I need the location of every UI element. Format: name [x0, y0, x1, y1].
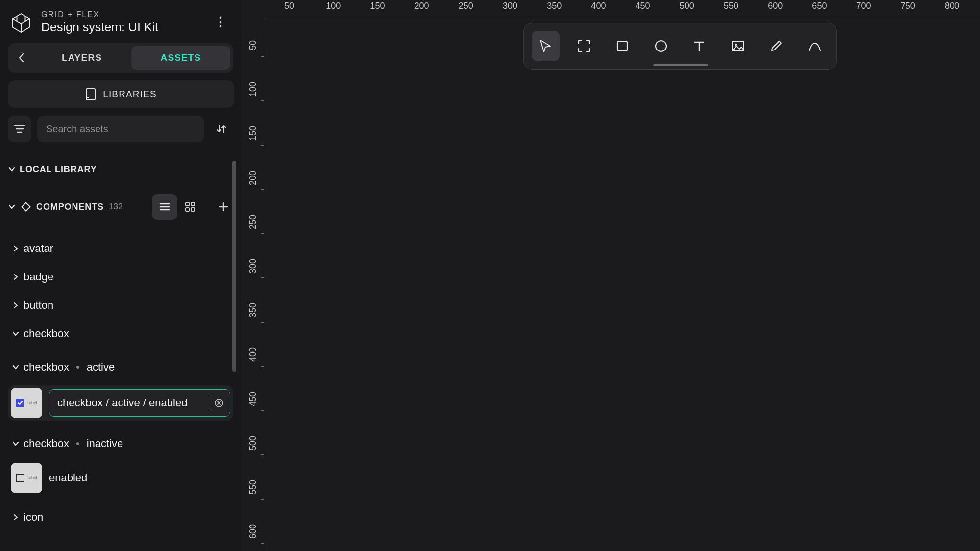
- ruler-h-tick: 750: [901, 1, 915, 11]
- thumb-label: Label: [26, 401, 37, 405]
- section-local-library[interactable]: LOCAL LIBRARY: [8, 161, 233, 177]
- svg-rect-12: [191, 202, 195, 206]
- tool-ellipse[interactable]: [647, 31, 675, 61]
- design-canvas[interactable]: [265, 18, 980, 551]
- chevron-right-icon: [12, 273, 20, 281]
- chevron-down-icon: [12, 440, 20, 448]
- svg-rect-3: [86, 89, 95, 100]
- tool-pen[interactable]: [762, 31, 790, 61]
- ruler-v-minor: [261, 57, 264, 57]
- ruler-v-minor: [261, 410, 264, 411]
- tool-select[interactable]: [532, 31, 560, 61]
- header-titles: GRID + FLEX Design system: UI Kit: [41, 10, 158, 34]
- asset-instance-editing[interactable]: Label: [8, 385, 233, 421]
- ruler-v-tick: 50: [248, 40, 258, 50]
- ruler-v-tick: 450: [248, 392, 258, 406]
- variant-base-name: checkbox: [24, 437, 69, 450]
- add-component-button[interactable]: [214, 197, 233, 217]
- vertical-ruler: 50100150200250300350400450500550600: [241, 18, 265, 551]
- chevron-right-icon: [12, 513, 20, 521]
- sort-button[interactable]: [210, 116, 233, 142]
- svg-rect-14: [191, 208, 195, 211]
- clear-input-icon[interactable]: [213, 397, 225, 409]
- svg-point-17: [656, 41, 666, 51]
- sidebar-back-button[interactable]: [11, 46, 32, 70]
- ruler-v-tick: 250: [248, 215, 258, 229]
- thumb-label: Label: [26, 476, 37, 480]
- ruler-h-tick: 600: [768, 1, 783, 11]
- ruler-v-minor: [261, 189, 264, 190]
- canvas-toolbar: [523, 23, 837, 70]
- component-label: badge: [24, 271, 53, 283]
- ruler-h-tick: 700: [857, 1, 871, 11]
- asset-list-scroll: LOCAL LIBRARY COMPONENTS 132: [8, 161, 233, 551]
- ruler-v-minor: [261, 543, 264, 544]
- ruler-v-minor: [261, 145, 264, 146]
- libraries-label: LIBRARIES: [103, 89, 157, 100]
- local-library-label: LOCAL LIBRARY: [20, 164, 97, 175]
- libraries-button[interactable]: LIBRARIES: [8, 80, 234, 108]
- file-title: Design system: UI Kit: [41, 20, 158, 34]
- tool-image[interactable]: [724, 31, 752, 61]
- svg-rect-13: [186, 208, 189, 211]
- ruler-h-tick: 150: [370, 1, 385, 11]
- tool-text[interactable]: [686, 31, 713, 61]
- filter-button[interactable]: [8, 116, 31, 142]
- variant-base-name: checkbox: [24, 361, 69, 374]
- component-item-button[interactable]: button: [8, 291, 233, 320]
- tool-frame[interactable]: [570, 31, 598, 61]
- component-item-avatar[interactable]: avatar: [8, 234, 233, 263]
- asset-thumbnail: Label: [11, 463, 42, 493]
- ruler-h-tick: 550: [724, 1, 738, 11]
- ruler-h-tick: 800: [945, 1, 959, 11]
- ruler-v-minor: [261, 454, 264, 455]
- asset-instance-enabled[interactable]: Label enabled: [8, 462, 233, 494]
- ruler-h-tick: 250: [459, 1, 473, 11]
- chevron-right-icon: [12, 301, 20, 309]
- ruler-v-tick: 550: [248, 480, 258, 495]
- ruler-v-minor: [261, 322, 264, 323]
- tool-curve[interactable]: [801, 31, 829, 61]
- component-item-badge[interactable]: badge: [8, 263, 233, 291]
- ruler-h-tick: 300: [503, 1, 517, 11]
- ruler-h-tick: 50: [284, 1, 294, 11]
- tab-assets[interactable]: ASSETS: [131, 46, 230, 70]
- asset-thumbnail: Label: [11, 388, 42, 418]
- chevron-down-icon: [8, 165, 16, 173]
- ruler-h-tick: 450: [636, 1, 650, 11]
- component-variant-checkbox-active[interactable]: checkbox • active: [8, 353, 233, 381]
- asset-rename-field[interactable]: [49, 389, 230, 417]
- workspace-name: GRID + FLEX: [41, 10, 158, 19]
- toolbar-drag-handle[interactable]: [653, 64, 708, 66]
- tool-rectangle[interactable]: [609, 31, 637, 61]
- variant-separator: •: [73, 437, 83, 450]
- component-item-checkbox[interactable]: checkbox: [8, 320, 233, 348]
- tab-layers[interactable]: LAYERS: [32, 46, 131, 70]
- view-list-button[interactable]: [152, 194, 177, 220]
- horizontal-ruler: 5010015020025030035040045050055060065070…: [265, 0, 980, 18]
- svg-point-19: [735, 44, 737, 46]
- svg-rect-7: [22, 203, 30, 211]
- ruler-h-tick: 500: [680, 1, 694, 11]
- asset-instance-label: enabled: [49, 472, 230, 484]
- asset-rename-input[interactable]: [57, 397, 203, 409]
- ruler-v-minor: [261, 233, 264, 234]
- component-variant-checkbox-inactive[interactable]: checkbox • inactive: [8, 429, 233, 458]
- canvas-area: 5010015020025030035040045050055060065070…: [241, 0, 980, 551]
- ruler-v-tick: 200: [248, 171, 258, 185]
- components-count: 132: [109, 202, 122, 212]
- ruler-h-tick: 650: [812, 1, 827, 11]
- thumb-checkbox-checked-icon: [16, 399, 24, 407]
- sidebar-tabs: LAYERS ASSETS: [8, 43, 233, 73]
- sidebar-scrollbar[interactable]: [232, 161, 236, 372]
- component-item-icon[interactable]: icon: [8, 503, 233, 531]
- thumb-checkbox-unchecked-icon: [16, 474, 24, 482]
- search-assets-input[interactable]: [37, 116, 204, 142]
- ruler-v-minor: [261, 278, 264, 278]
- file-menu-button[interactable]: [211, 12, 230, 32]
- app-header: GRID + FLEX Design system: UI Kit: [10, 5, 230, 39]
- component-label: icon: [24, 511, 43, 524]
- view-grid-button[interactable]: [177, 194, 203, 220]
- chevron-down-icon[interactable]: [8, 203, 16, 211]
- svg-rect-11: [186, 202, 189, 206]
